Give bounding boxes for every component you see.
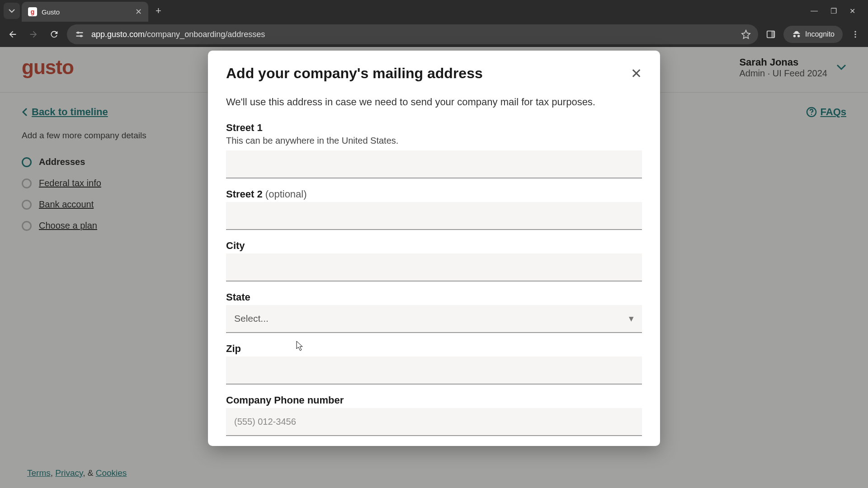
tab-title: Gusto (42, 8, 131, 16)
incognito-label: Incognito (805, 30, 835, 38)
modal-close-button[interactable]: ✕ (631, 66, 642, 81)
tab-favicon: g (28, 7, 37, 16)
maximize-icon[interactable]: ❐ (830, 7, 837, 15)
city-label: City (226, 240, 642, 252)
street1-help: This can be anywhere in the United State… (226, 136, 642, 146)
browser-menu-icon[interactable] (847, 26, 863, 42)
close-window-icon[interactable]: ✕ (849, 7, 855, 15)
address-bar-row: app.gusto.com/company_onboarding/address… (0, 22, 868, 47)
field-phone: Company Phone number (226, 394, 642, 436)
reload-button[interactable] (46, 26, 62, 42)
field-street2: Street 2 (optional) (226, 188, 642, 230)
city-input[interactable] (226, 253, 642, 282)
address-bar[interactable]: app.gusto.com/company_onboarding/address… (67, 24, 758, 44)
svg-point-2 (77, 32, 79, 34)
state-label: State (226, 291, 642, 303)
zip-input[interactable] (226, 357, 642, 385)
field-street1: Street 1 This can be anywhere in the Uni… (226, 122, 642, 178)
svg-point-3 (80, 35, 82, 37)
street1-label: Street 1 (226, 122, 642, 134)
phone-label: Company Phone number (226, 394, 642, 406)
mailing-address-modal: Add your company's mailing address ✕ We'… (208, 51, 660, 446)
svg-point-6 (854, 31, 856, 33)
svg-point-7 (854, 33, 856, 35)
url-text: app.gusto.com/company_onboarding/address… (91, 30, 735, 39)
tab-close-icon[interactable]: ✕ (135, 7, 142, 17)
browser-chrome: g Gusto ✕ + — ❐ ✕ app.gusto.com/company_… (0, 0, 868, 47)
side-panel-icon[interactable] (763, 26, 779, 42)
svg-point-8 (854, 36, 856, 38)
svg-rect-5 (771, 31, 774, 38)
modal-description: We'll use this address in case we need t… (226, 94, 642, 109)
zip-label: Zip (226, 343, 642, 355)
street1-input[interactable] (226, 150, 642, 178)
new-tab-button[interactable]: + (150, 5, 167, 17)
phone-input[interactable] (226, 408, 642, 436)
street2-input[interactable] (226, 202, 642, 230)
state-select-placeholder: Select... (234, 313, 269, 324)
bookmark-star-icon[interactable] (741, 29, 751, 39)
minimize-icon[interactable]: — (811, 7, 818, 15)
site-settings-icon[interactable] (74, 29, 85, 40)
forward-button[interactable] (25, 26, 42, 42)
caret-down-icon: ▾ (629, 313, 634, 324)
state-select[interactable]: Select... ▾ (226, 305, 642, 333)
incognito-icon (792, 29, 802, 39)
field-state: State Select... ▾ (226, 291, 642, 333)
street2-label: Street 2 (optional) (226, 188, 642, 200)
field-zip: Zip (226, 343, 642, 385)
modal-title: Add your company's mailing address (226, 65, 483, 82)
back-button[interactable] (5, 26, 21, 42)
browser-tab[interactable]: g Gusto ✕ (22, 2, 148, 22)
tabs-dropdown-button[interactable] (4, 3, 20, 19)
page: gusto Sarah Jonas Admin · UI Feed 2024 B… (0, 47, 868, 488)
modal-body[interactable]: We'll use this address in case we need t… (208, 90, 660, 446)
window-controls: — ❐ ✕ (811, 7, 864, 15)
modal-header: Add your company's mailing address ✕ (208, 51, 660, 90)
incognito-badge[interactable]: Incognito (783, 26, 843, 43)
tab-bar: g Gusto ✕ + — ❐ ✕ (0, 0, 868, 22)
field-city: City (226, 240, 642, 282)
